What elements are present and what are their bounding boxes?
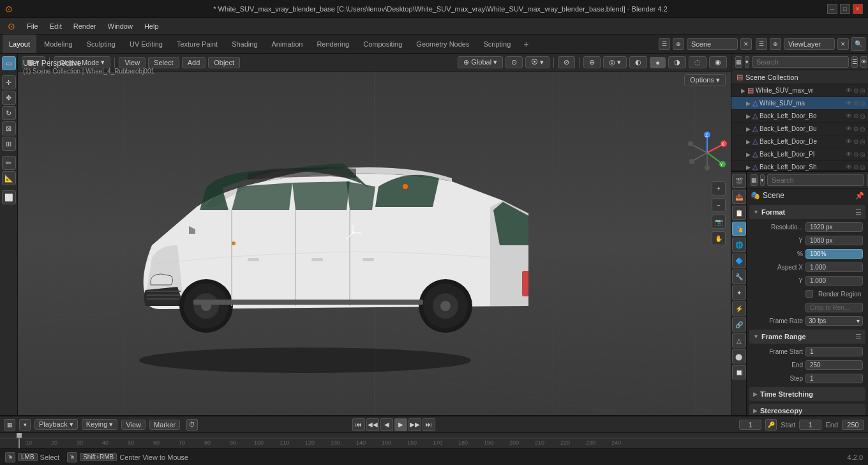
tab-layout[interactable]: Layout	[3, 34, 36, 53]
add-cube-button[interactable]: ⬜	[2, 190, 16, 204]
expand-icon-4[interactable]: ▶	[746, 139, 751, 145]
prop-constraints-button[interactable]: 🔗	[732, 317, 746, 332]
timeline-editor-type[interactable]: ▦	[4, 419, 15, 431]
resolution-pct-input[interactable]: 100%	[805, 249, 863, 259]
annotate-tool-button[interactable]: ✏	[2, 156, 16, 170]
frame-keyframe-icon[interactable]: 🔑	[765, 419, 777, 431]
prop-output-button[interactable]: 📤	[732, 190, 746, 204]
minimize-button[interactable]: ─	[827, 4, 837, 14]
time-stretching-header[interactable]: ▶ Time Stretching	[749, 387, 865, 401]
expand-icon-6[interactable]: ▶	[746, 164, 751, 171]
visibility-icon-6[interactable]: 👁	[846, 164, 852, 171]
viewport-icon-5[interactable]: ⊙	[853, 151, 858, 158]
render-icon-4[interactable]: ◎	[860, 138, 865, 145]
material-preview-button[interactable]: ◑	[668, 56, 686, 68]
expand-icon-1[interactable]: ▶	[746, 100, 751, 107]
measure-tool-button[interactable]: 📐	[2, 171, 16, 185]
props-search-input[interactable]	[767, 174, 864, 186]
expand-icon-3[interactable]: ▶	[746, 126, 751, 132]
viewport-icon-4[interactable]: ⊙	[853, 138, 858, 145]
render-icon-6[interactable]: ◎	[860, 164, 865, 171]
render-region-checkbox[interactable]	[805, 290, 813, 298]
prop-objectdata-button[interactable]: △	[732, 333, 746, 347]
zoom-out-button[interactable]: −	[712, 198, 726, 212]
viewport-icon-3[interactable]: ⊙	[853, 125, 858, 132]
prop-modifier-button[interactable]: 🔧	[732, 270, 746, 284]
prop-world-button[interactable]: 🌐	[732, 238, 746, 252]
tab-scripting[interactable]: Scripting	[477, 34, 517, 53]
format-section-header[interactable]: ▼ Format ☰	[749, 205, 865, 219]
add-workspace-button[interactable]: +	[518, 36, 534, 52]
end-frame-input[interactable]	[842, 420, 864, 430]
viewport-icon-0[interactable]: ⊙	[853, 87, 858, 94]
scene-delete-btn[interactable]: ✕	[740, 38, 752, 50]
menu-blender[interactable]: ⊙	[3, 20, 20, 33]
search-icon-ws[interactable]: 🔍	[851, 37, 865, 51]
outliner-item-4[interactable]: ▶ △ Back_Left_Door_De 👁 ⊙ ◎	[731, 135, 868, 148]
prop-viewlayer-button[interactable]: 📋	[732, 206, 746, 220]
outliner-search-input[interactable]	[752, 56, 849, 68]
viewlayer-copy-btn[interactable]: ⊕	[770, 38, 781, 50]
props-chevron-button[interactable]: ▾	[760, 174, 765, 186]
viewlayer-delete-btn[interactable]: ✕	[837, 38, 849, 50]
render-icon-0[interactable]: ◎	[860, 87, 865, 94]
prop-physics-button[interactable]: ⚡	[732, 301, 746, 316]
transport-prev-button[interactable]: ◀	[380, 418, 393, 431]
tab-sculpting[interactable]: Sculpting	[80, 34, 122, 53]
timeline-sync-icon[interactable]: ⏱	[186, 419, 198, 431]
tab-shading[interactable]: Shading	[225, 34, 264, 53]
xray-button[interactable]: ◐	[629, 56, 647, 68]
stereoscopy-header[interactable]: ▶ Stereoscopy	[749, 404, 865, 415]
transport-last-button[interactable]: ⏭	[423, 418, 435, 431]
camera-view-button[interactable]: 📷	[712, 215, 726, 229]
crop-render-input[interactable]: Crop to Ren...	[805, 303, 863, 312]
snap-button[interactable]: ⦿ ▾	[525, 56, 550, 68]
frame-range-header[interactable]: ▼ Frame Range ☰	[749, 330, 865, 344]
visibility-icon-2[interactable]: 👁	[846, 112, 852, 119]
tab-compositing[interactable]: Compositing	[357, 34, 408, 53]
proportional-edit-button[interactable]: ⊘	[558, 56, 575, 68]
aspect-y-input[interactable]: 1.000	[805, 276, 863, 286]
visibility-icon-1[interactable]: 👁	[846, 100, 852, 107]
transform-tool-button[interactable]: ⊞	[2, 137, 16, 151]
expand-icon-5[interactable]: ▶	[746, 151, 751, 158]
solid-shading-button[interactable]: ●	[650, 57, 666, 68]
viewport-icon-2[interactable]: ⊙	[853, 112, 858, 119]
frame-start-input[interactable]: 1	[805, 347, 863, 356]
expand-icon-0[interactable]: ▶	[741, 88, 745, 94]
visibility-icon-5[interactable]: 👁	[846, 151, 852, 158]
prop-material-button[interactable]: ⬤	[732, 349, 746, 363]
pan-view-button[interactable]: ✋	[712, 231, 726, 245]
move-tool-button[interactable]: ✥	[2, 91, 16, 105]
viewport-icon-6[interactable]: ⊙	[853, 164, 858, 171]
view-menu-timeline-button[interactable]: View	[121, 420, 146, 430]
aspect-x-input[interactable]: 1.000	[805, 263, 863, 272]
expand-icon-2[interactable]: ▶	[746, 113, 751, 119]
tab-uv-editing[interactable]: UV Editing	[123, 34, 169, 53]
visibility-icon-3[interactable]: 👁	[846, 125, 852, 132]
viewlayer-icon-btn[interactable]: ☰	[756, 38, 767, 50]
scale-tool-button[interactable]: ⊠	[2, 121, 16, 135]
format-menu-icon[interactable]: ☰	[855, 208, 862, 217]
visibility-icon-4[interactable]: 👁	[846, 138, 852, 145]
close-button[interactable]: ✕	[853, 4, 863, 14]
prop-object-button[interactable]: 🔷	[732, 254, 746, 268]
resolution-x-input[interactable]: 1920 px	[805, 222, 863, 232]
transport-prev-key-button[interactable]: ◀◀	[366, 418, 379, 431]
prop-texture-button[interactable]: 🔲	[732, 365, 746, 379]
viewport-overlays-button[interactable]: ◎ ▾	[603, 56, 627, 68]
outliner-item-3[interactable]: ▶ △ Back_Left_Door_Bu 👁 ⊙ ◎	[731, 123, 868, 135]
tab-geometry-nodes[interactable]: Geometry Nodes	[410, 34, 475, 53]
object-menu-button[interactable]: Object	[208, 57, 240, 68]
zoom-in-button[interactable]: +	[712, 181, 726, 195]
viewport-gizmos-button[interactable]: ⊕	[583, 56, 601, 68]
frame-step-input[interactable]: 1	[805, 374, 863, 383]
tab-rendering[interactable]: Rendering	[310, 34, 355, 53]
prop-particles-button[interactable]: ✦	[732, 286, 746, 300]
rendered-shading-button[interactable]: ◌	[689, 56, 707, 68]
start-frame-input[interactable]	[799, 420, 821, 430]
cursor-snap-button[interactable]: ⊙	[505, 56, 523, 68]
menu-file[interactable]: File	[22, 21, 43, 31]
add-menu-button[interactable]: Add	[182, 57, 206, 68]
playback-menu-button[interactable]: Playback ▾	[34, 419, 78, 430]
